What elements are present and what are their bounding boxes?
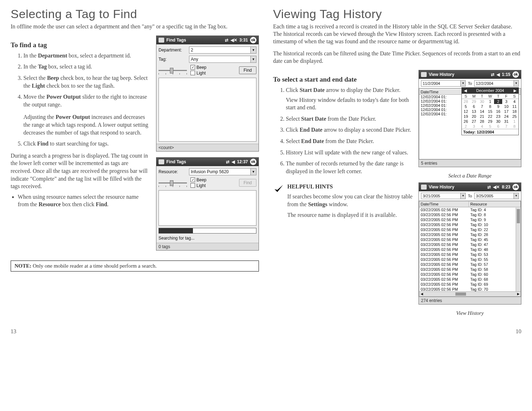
select-date-heading: To select a start and end date xyxy=(273,76,413,83)
light-label: Light xyxy=(196,183,206,188)
during-search-para: During a search a progress bar is displa… xyxy=(11,152,150,190)
windows-flag-icon xyxy=(159,159,164,164)
caption-select-date-range: Select a Date Range xyxy=(419,173,521,179)
col-datetime[interactable]: Date/Time xyxy=(419,201,469,207)
view-history-results-screenshot: View History ⇄ ◀✕ 8:23 ok 3/21/2005 ▼ To xyxy=(419,182,521,305)
status-bar-entries: 5 entries xyxy=(419,159,521,167)
status-bar-count: 0 tags xyxy=(156,243,259,250)
table-row[interactable]: 03/22/2005 02:56 PMTag ID: 4 xyxy=(419,207,521,212)
tag-list-area xyxy=(159,190,256,226)
chevron-down-icon: ▼ xyxy=(250,47,256,53)
status-bar-count: <count> xyxy=(156,144,259,151)
ok-button[interactable]: ok xyxy=(512,71,519,78)
table-row[interactable]: 03/22/2005 02:56 PMTag ID: 55 xyxy=(419,257,521,262)
department-dropdown[interactable]: 2 ▼ xyxy=(189,46,256,54)
beep-label: Beep xyxy=(196,65,206,70)
table-row[interactable]: 03/22/2005 02:56 PMTag ID: 22 xyxy=(419,227,521,232)
power-output-slider[interactable] xyxy=(159,179,187,186)
hint-para-2: The resource name is displayed if it is … xyxy=(287,211,413,219)
light-checkbox[interactable] xyxy=(190,183,195,188)
ok-button[interactable]: ok xyxy=(250,37,256,43)
table-row[interactable]: 03/22/2005 02:56 PMTag ID: 47 xyxy=(419,242,521,247)
table-row[interactable]: 03/22/2005 02:56 PMTag ID: 8 xyxy=(419,212,521,217)
table-row[interactable]: 03/22/2005 02:56 PMTag ID: 28 xyxy=(419,232,521,237)
signal-icon: ⇄ xyxy=(225,38,228,43)
calendar-grid[interactable]: SMTWTFS 2829301234 567891011 12131415161… xyxy=(462,94,519,129)
selecting-tag-intro: In offline mode the user can select a de… xyxy=(11,23,259,31)
pda-clock: 8:23 xyxy=(502,185,510,190)
resource-label: Resource: xyxy=(159,169,187,174)
find-step-3: Select the Beep check box, to hear the t… xyxy=(23,74,150,89)
scroll-right-icon[interactable]: ▶ xyxy=(516,292,521,296)
calendar-popup[interactable]: ◀ December 2004 ▶ SMTWTFS 2829301234 567… xyxy=(461,87,519,135)
beep-checkbox[interactable]: ✓ xyxy=(190,65,195,70)
find-tags-screenshot-2: Find Tags ⇄ ◀ 12:37 ok Resource: Infusio… xyxy=(156,157,259,251)
scroll-left-icon[interactable]: ◀ xyxy=(419,292,424,296)
light-checkbox[interactable] xyxy=(190,71,195,75)
find-step-4: Move the Power Output slider to the righ… xyxy=(23,93,150,136)
volume-icon: ◀ xyxy=(232,159,235,164)
table-row[interactable]: 03/22/2005 02:56 PMTag ID: 58 xyxy=(419,267,521,272)
chevron-down-icon: ▼ xyxy=(250,169,256,175)
table-row[interactable]: 03/22/2005 02:56 PMTag ID: 60 xyxy=(419,272,521,277)
start-date-picker[interactable]: 3/21/2005 ▼ xyxy=(421,193,466,199)
windows-flag-icon xyxy=(159,38,164,43)
chevron-down-icon: ▼ xyxy=(514,193,519,199)
power-output-slider[interactable] xyxy=(159,67,187,74)
chevron-down-icon: ▼ xyxy=(460,193,465,199)
cal-prev-icon[interactable]: ◀ xyxy=(464,88,467,93)
windows-flag-icon xyxy=(421,185,427,190)
checkmark-icon xyxy=(273,183,284,194)
history-table[interactable]: Date/Time Resource 03/22/2005 02:56 PMTa… xyxy=(419,201,521,297)
pda-window-title: View History xyxy=(429,72,454,77)
calendar-today[interactable]: Today: 12/2/2004 xyxy=(462,129,519,135)
pda-window-title: Find Tags xyxy=(166,38,186,43)
light-label: Light xyxy=(196,71,206,76)
chevron-down-icon: ▼ xyxy=(250,56,256,62)
date-to-label: To xyxy=(468,194,472,198)
pda-window-title: Find Tags xyxy=(166,159,186,164)
find-button[interactable]: Find xyxy=(239,66,256,74)
selecting-tag-title: Selecting a Tag to Find xyxy=(11,7,259,21)
col-resource[interactable]: Resource xyxy=(469,201,521,207)
beep-checkbox[interactable]: ✓ xyxy=(190,177,195,182)
vertical-scrollbar[interactable] xyxy=(516,208,521,291)
table-row[interactable]: 03/22/2005 02:56 PMTag ID: 53 xyxy=(419,252,521,257)
tag-list-area xyxy=(159,78,256,142)
date-step-5: History List will update with the new ra… xyxy=(286,149,413,157)
resource-dropdown[interactable]: Infusion Pump 5620 ▼ xyxy=(189,168,256,175)
cal-next-icon[interactable]: ▶ xyxy=(514,88,516,93)
view-history-datepicker-screenshot: View History ⇄ ◀ 1:15 ok 11/2/2004 ▼ To xyxy=(419,70,521,167)
chevron-down-icon: ▼ xyxy=(514,81,519,86)
date-step-3: Click End Date arrow to display a second… xyxy=(286,126,413,134)
pda-window-title: View History xyxy=(429,185,454,190)
date-step-4: Select End Date from the Date Picker. xyxy=(286,137,413,145)
department-label: Department: xyxy=(159,48,187,53)
date-step-1: Click Start Date arrow to display the Da… xyxy=(286,86,413,111)
find-step-2: In the Tag box, select a tag id. xyxy=(23,63,150,71)
date-to-label: To xyxy=(468,81,472,86)
table-row[interactable]: 03/22/2005 02:56 PMTag ID: 68 xyxy=(419,277,521,282)
date-step-6: The number of records returned by the da… xyxy=(286,160,413,175)
hint-title: HELPFUL HINTS xyxy=(287,183,333,190)
to-find-heading: To find a tag xyxy=(11,41,150,49)
table-row[interactable]: 03/22/2005 02:56 PMTag ID: 9 xyxy=(419,217,521,222)
table-row[interactable]: 03/22/2005 02:56 PMTag ID: 69 xyxy=(419,282,521,287)
table-row[interactable]: 03/22/2005 02:56 PMTag ID: 57 xyxy=(419,262,521,267)
volume-icon: ◀ xyxy=(497,72,500,77)
table-row[interactable]: 03/22/2005 02:56 PMTag ID: 70 xyxy=(419,287,521,292)
cal-month-label: December 2004 xyxy=(476,88,504,93)
volume-icon: ◀✕ xyxy=(231,38,237,43)
end-date-picker[interactable]: 12/2/2004 ▼ xyxy=(474,80,519,87)
start-date-picker[interactable]: 11/2/2004 ▼ xyxy=(421,80,466,87)
horizontal-scrollbar[interactable]: ◀ ▶ xyxy=(419,291,521,296)
ok-button[interactable]: ok xyxy=(512,184,519,190)
table-row[interactable]: 03/22/2005 02:56 PMTag ID: 48 xyxy=(419,247,521,252)
tag-dropdown[interactable]: Any ▼ xyxy=(189,56,256,63)
beep-label: Beep xyxy=(196,177,206,182)
table-row[interactable]: 03/22/2005 02:56 PMTag ID: 10 xyxy=(419,222,521,227)
table-row[interactable]: 03/22/2005 02:56 PMTag ID: 45 xyxy=(419,237,521,242)
viewing-history-title: Viewing Tag History xyxy=(273,7,521,21)
end-date-picker[interactable]: 3/25/2005 ▼ xyxy=(474,193,519,199)
ok-button[interactable]: ok xyxy=(250,159,256,165)
